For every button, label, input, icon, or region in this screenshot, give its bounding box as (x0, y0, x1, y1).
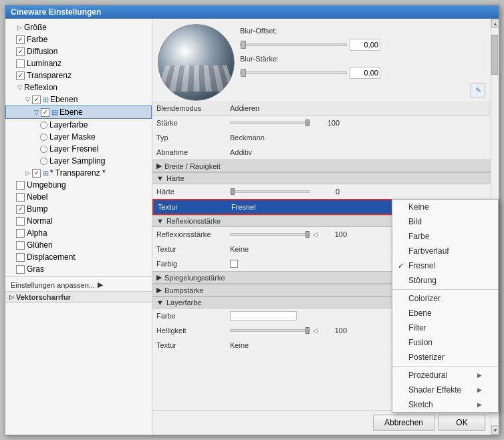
blur-offset-handle[interactable] (241, 41, 246, 49)
sidebar-item-nebel[interactable]: Nebel (5, 191, 152, 203)
customize-button[interactable]: Einstellungen anpassen... ▶ (5, 278, 152, 291)
haerte-section-header[interactable]: ▼ Härte (152, 172, 491, 184)
checkbox-farbe[interactable] (16, 35, 25, 44)
dropdown-item-filter[interactable]: Filter (392, 320, 498, 335)
dropdown-item-fresnel[interactable]: Fresnel (392, 258, 498, 273)
sidebar-item-luminanz[interactable]: Luminanz (5, 57, 152, 69)
haerte-handle[interactable] (231, 188, 235, 195)
checkbox-ebene[interactable] (41, 108, 49, 117)
helligkeit-arrow: ◁ (313, 327, 318, 334)
dropdown-item-posterizer[interactable]: Posterizer (392, 350, 498, 365)
vector-label: Vektorscharrfur (16, 293, 71, 301)
reflex-slider[interactable] (230, 233, 310, 236)
dropdown-item-ebene[interactable]: Ebene (392, 306, 498, 320)
sidebar-item-farbe[interactable]: Farbe (5, 33, 152, 45)
expand-ebene-icon: ▽ (33, 109, 39, 116)
dropdown-item-farbverlauf[interactable]: Farbverlauf (392, 244, 498, 258)
customize-label: Einstellungen anpassen... (11, 281, 95, 289)
dropdown-label-colorizer: Colorizer (408, 294, 440, 303)
checkbox-ebenen[interactable] (32, 95, 41, 104)
radio-layer-sampling[interactable] (40, 158, 47, 165)
checkbox-umgebung[interactable] (16, 181, 25, 190)
blur-strength-slider[interactable] (240, 71, 347, 74)
expand-reflexion-icon: ▽ (16, 84, 23, 91)
dropdown-item-fusion[interactable]: Fusion (392, 335, 498, 350)
blur-offset-slider[interactable] (240, 43, 347, 46)
checkbox-displacement[interactable] (16, 253, 25, 262)
sidebar-item-ebene[interactable]: ▽ ▤ Ebene (5, 105, 152, 119)
dropdown-item-bild[interactable]: Bild (392, 214, 498, 229)
checkbox-luminanz[interactable] (16, 59, 25, 68)
abbrechen-button[interactable]: Abbrechen (373, 415, 434, 431)
haerte-slider[interactable] (230, 190, 310, 193)
layers-icon: ⊞ (43, 95, 49, 104)
helligkeit-label: Helligkeit (156, 326, 230, 335)
sidebar-item-alpha[interactable]: Alpha (5, 227, 152, 239)
sidebar-item-gras[interactable]: Gras (5, 263, 152, 275)
dropdown-item-prozedural[interactable]: Prozedural (392, 368, 498, 383)
sidebar-item-layer-maske[interactable]: Layer Maske (5, 131, 152, 143)
radio-layerfarbe[interactable] (40, 122, 47, 129)
radio-layer-maske[interactable] (40, 134, 47, 141)
blur-offset-input-row (240, 39, 485, 51)
dropdown-item-stoerung[interactable]: Störung (392, 273, 498, 288)
blur-strength-handle[interactable] (241, 69, 246, 77)
blur-strength-input[interactable] (350, 67, 380, 79)
dropdown-item-shader[interactable]: Shader Effekte (392, 383, 498, 397)
checkbox-transparenz[interactable] (16, 71, 25, 80)
helligkeit-handle[interactable] (305, 327, 309, 334)
sidebar-item-layer-sampling[interactable]: Layer Sampling (5, 155, 152, 167)
checkbox-normal[interactable] (16, 217, 25, 226)
sidebar-item-bump[interactable]: Bump (5, 203, 152, 215)
sidebar-item-reflexion[interactable]: ▽ Reflexion (5, 81, 152, 93)
checkbox-nebel[interactable] (16, 193, 25, 202)
sidebar-item-layerfarbe[interactable]: Layerfarbe (5, 119, 152, 131)
dropdown-item-colorizer[interactable]: Colorizer (392, 291, 498, 306)
sidebar-label-groesse: Größe (24, 23, 47, 32)
blur-offset-label: Blur-Offset: (240, 27, 303, 35)
radio-layer-fresnel[interactable] (40, 146, 47, 153)
scroll-thumb[interactable] (491, 35, 498, 75)
sidebar-item-gluehn[interactable]: Glühen (5, 239, 152, 251)
dropdown-label-shader: Shader Effekte (408, 385, 461, 395)
sidebar-item-ebenen[interactable]: ▽ ⊞ Ebenen (5, 93, 152, 105)
dropdown-item-sketch[interactable]: Sketch (392, 397, 498, 412)
sidebar-item-groesse[interactable]: ▷ Größe (5, 21, 152, 33)
sidebar-label-transparenz2: * Transparenz * (50, 168, 106, 178)
farbig-checkbox[interactable] (230, 260, 238, 268)
sidebar-item-layer-fresnel[interactable]: Layer Fresnel (5, 143, 152, 155)
reflex-handle[interactable] (305, 231, 309, 238)
ok-button[interactable]: OK (438, 415, 485, 431)
edit-button[interactable]: ✎ (471, 83, 485, 97)
blur-offset-input[interactable] (350, 39, 380, 51)
sidebar-item-transparenz2[interactable]: ▷ ⊞ * Transparenz * (5, 167, 152, 179)
scroll-down-button[interactable]: ▼ (491, 425, 499, 435)
sidebar-item-transparenz[interactable]: Transparenz (5, 69, 152, 81)
checkbox-gluehn[interactable] (16, 241, 25, 250)
checkbox-trans2[interactable] (32, 169, 41, 178)
dropdown-item-keine[interactable]: Keine (392, 200, 498, 214)
dropdown-label-farbe: Farbe (408, 232, 429, 241)
dropdown-label-keine: Keine (408, 202, 429, 212)
sidebar-label-farbe: Farbe (27, 35, 47, 44)
sidebar-item-umgebung[interactable]: Umgebung (5, 179, 152, 191)
sidebar-label-alpha: Alpha (27, 228, 47, 238)
checkbox-gras[interactable] (16, 265, 25, 274)
sidebar-item-displacement[interactable]: Displacement (5, 251, 152, 263)
farbe-swatch[interactable] (230, 311, 297, 320)
dropdown-item-farbe[interactable]: Farbe (392, 229, 498, 244)
checkbox-bump[interactable] (16, 205, 25, 214)
vector-header[interactable]: ▷ Vektorscharrfur (5, 292, 152, 303)
helligkeit-slider[interactable] (230, 329, 310, 332)
checkbox-diffusion[interactable] (16, 47, 25, 56)
expand-trans2-icon: ▷ (24, 170, 31, 176)
checkbox-alpha[interactable] (16, 229, 25, 238)
sidebar-item-diffusion[interactable]: Diffusion (5, 45, 152, 57)
blur-strength-row: Blur-Stärke: (240, 55, 485, 63)
staerke-handle[interactable] (305, 120, 309, 126)
breite-section-header[interactable]: ▶ Breite / Rauigkeit (152, 160, 491, 172)
scroll-up-button[interactable]: ▲ (491, 19, 499, 28)
sidebar-item-normal[interactable]: Normal (5, 215, 152, 227)
staerke-slider[interactable] (230, 122, 310, 124)
sidebar-label-bump: Bump (27, 204, 47, 214)
